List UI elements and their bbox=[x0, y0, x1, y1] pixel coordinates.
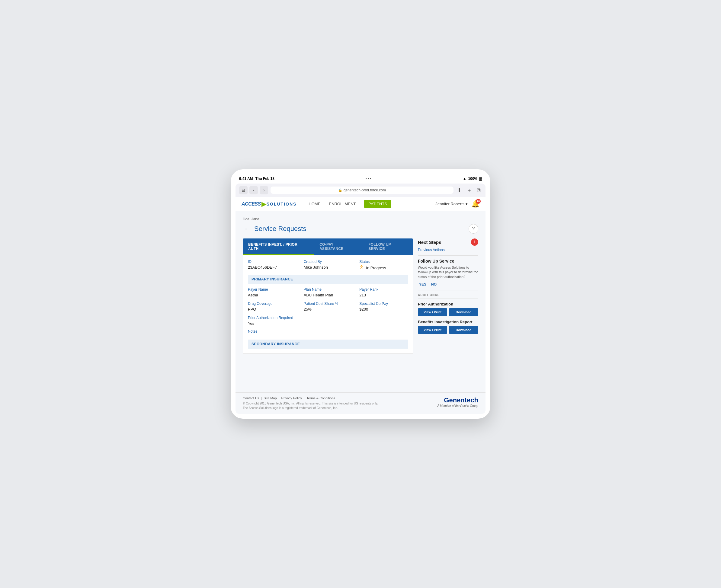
wifi-icon: ▲ bbox=[463, 176, 467, 181]
prior-auth-required-field: Prior Authorization Required Yes bbox=[248, 316, 408, 326]
prior-auth-doc-title: Prior Authorization bbox=[418, 302, 478, 307]
breadcrumb-patient-name: Doe, Jane bbox=[243, 217, 259, 221]
logo-area: ACCESS ▶ SOLUTIONS bbox=[242, 201, 296, 208]
steps-count-badge: 1 bbox=[471, 238, 478, 246]
share-button[interactable]: ⬆ bbox=[456, 186, 463, 194]
specialist-copay-label: Specialist Co-Pay bbox=[359, 301, 408, 306]
tab-copay-assistance[interactable]: CO-PAY ASSISTANCE bbox=[314, 238, 363, 255]
nav-home[interactable]: HOME bbox=[309, 202, 320, 206]
tab-follow-up-service[interactable]: FOLLOW UP SERVICE bbox=[363, 238, 413, 255]
url-text: genentech-prod.force.com bbox=[344, 188, 386, 192]
drug-coverage-value: PPO bbox=[248, 307, 296, 312]
breadcrumb: Doe, Jane bbox=[243, 216, 478, 222]
insurance-row-2: Drug Coverage PPO Patient Cost Share % 2… bbox=[248, 301, 408, 312]
time: 9:41 AM bbox=[239, 176, 253, 181]
content-layout: BENEFITS INVEST. / PRIOR AUTH. CO-PAY AS… bbox=[243, 238, 478, 354]
back-button[interactable]: ‹ bbox=[249, 186, 258, 194]
page-header: ← Service Requests ? bbox=[243, 224, 478, 234]
insurance-row-1: Payer Name Aetna Plan Name ABC Health Pl… bbox=[248, 287, 408, 297]
logo-solutions-text: SOLUTIONS bbox=[267, 202, 297, 207]
side-panel: Next Steps 1 Previous Actions Follow Up … bbox=[418, 238, 478, 354]
created-by-label: Created By bbox=[304, 259, 352, 264]
status-bar-left: 9:41 AM Thu Feb 18 bbox=[239, 176, 274, 181]
side-divider-3 bbox=[418, 298, 478, 299]
benefits-download-button[interactable]: Download bbox=[449, 326, 478, 334]
follow-up-no-button[interactable]: NO bbox=[430, 281, 438, 287]
previous-actions-link[interactable]: Previous Actions bbox=[418, 248, 445, 252]
prior-auth-view-print-button[interactable]: View / Print bbox=[418, 308, 447, 316]
prior-auth-btn-row: View / Print Download bbox=[418, 308, 478, 316]
payer-rank-value: 213 bbox=[359, 293, 408, 297]
top-nav: ACCESS ▶ SOLUTIONS HOME ENROLLMENT PATIE… bbox=[235, 197, 486, 211]
footer-links: Contact Us | Site Map | Privacy Policy |… bbox=[243, 396, 378, 400]
nav-enrollment[interactable]: ENROLLMENT bbox=[329, 202, 356, 206]
secondary-insurance-header: SECONDARY INSURANCE bbox=[248, 340, 408, 349]
created-by-field: Created By Mike Johnson bbox=[304, 259, 352, 270]
tab-overview-button[interactable]: ⊟ bbox=[239, 186, 248, 194]
site-map-link[interactable]: Site Map bbox=[264, 396, 276, 400]
copyright-text: © Copyright 2015 Genentech USA, Inc. All… bbox=[243, 401, 378, 410]
drug-coverage-field: Drug Coverage PPO bbox=[248, 301, 296, 312]
chevron-down-icon: ▾ bbox=[466, 202, 468, 206]
specialist-copay-value: $200 bbox=[359, 307, 408, 312]
payer-rank-field: Payer Rank 213 bbox=[359, 287, 408, 297]
follow-up-yes-button[interactable]: YES bbox=[418, 281, 428, 287]
logo-arrow-icon: ▶ bbox=[262, 201, 266, 208]
drug-coverage-label: Drug Coverage bbox=[248, 301, 296, 306]
status-field: Status ⏱ In Progress bbox=[359, 259, 408, 270]
side-divider-2 bbox=[418, 290, 478, 290]
payer-name-label: Payer Name bbox=[248, 287, 296, 292]
nav-patients[interactable]: PATIENTS bbox=[364, 200, 391, 208]
tabs-bar: BENEFITS INVEST. / PRIOR AUTH. CO-PAY AS… bbox=[243, 238, 413, 255]
browser-actions: ⬆ ＋ ⧉ bbox=[456, 186, 482, 194]
patient-cost-value: 25% bbox=[304, 307, 352, 312]
tab-benefits-prior-auth[interactable]: BENEFITS INVEST. / PRIOR AUTH. bbox=[243, 238, 314, 255]
follow-up-text: Would you like Access Solutions to follo… bbox=[418, 265, 478, 279]
id-value: 23ABC456DEF7 bbox=[248, 265, 296, 270]
follow-up-title: Follow Up Service bbox=[418, 259, 478, 264]
notifications-button[interactable]: 🔔 18 bbox=[471, 200, 479, 208]
tabs-button[interactable]: ⧉ bbox=[476, 187, 482, 194]
new-tab-button[interactable]: ＋ bbox=[465, 186, 473, 194]
forward-button[interactable]: › bbox=[260, 186, 268, 194]
yes-no-row: YES NO bbox=[418, 281, 478, 287]
notes-label: Notes bbox=[248, 329, 408, 334]
battery: 100% bbox=[468, 176, 478, 181]
privacy-policy-link[interactable]: Privacy Policy bbox=[282, 396, 302, 400]
prior-auth-required-label: Prior Authorization Required bbox=[248, 316, 408, 320]
address-bar[interactable]: 🔒 genentech-prod.force.com bbox=[270, 187, 453, 194]
next-steps-title: Next Steps bbox=[418, 240, 441, 245]
id-label: ID bbox=[248, 259, 296, 264]
plan-name-label: Plan Name bbox=[304, 287, 352, 292]
footer: Contact Us | Site Map | Privacy Policy |… bbox=[235, 393, 486, 414]
main-panel: BENEFITS INVEST. / PRIOR AUTH. CO-PAY AS… bbox=[243, 238, 413, 354]
patient-cost-field: Patient Cost Share % 25% bbox=[304, 301, 352, 312]
contact-us-link[interactable]: Contact Us bbox=[243, 396, 259, 400]
payer-name-value: Aetna bbox=[248, 293, 296, 297]
nav-links: HOME ENROLLMENT PATIENTS bbox=[309, 200, 391, 208]
main-content: ACCESS ▶ SOLUTIONS HOME ENROLLMENT PATIE… bbox=[235, 197, 486, 414]
genentech-name: Genentech bbox=[437, 396, 478, 404]
prior-auth-required-value: Yes bbox=[248, 321, 408, 326]
status-label: Status bbox=[359, 259, 408, 264]
help-button[interactable]: ? bbox=[469, 224, 478, 234]
user-name[interactable]: Jennifer Roberts ▾ bbox=[436, 202, 468, 206]
prior-auth-download-button[interactable]: Download bbox=[449, 308, 478, 316]
payer-rank-label: Payer Rank bbox=[359, 287, 408, 292]
date: Thu Feb 18 bbox=[255, 176, 274, 181]
clock-icon: ⏱ bbox=[359, 265, 364, 270]
terms-link[interactable]: Terms & Conditions bbox=[306, 396, 335, 400]
additional-label: ADDITIONAL bbox=[418, 293, 478, 297]
plan-name-value: ABC Health Plan bbox=[304, 293, 352, 297]
specialist-copay-field: Specialist Co-Pay $200 bbox=[359, 301, 408, 312]
id-field: ID 23ABC456DEF7 bbox=[248, 259, 296, 270]
battery-icon: ▓ bbox=[479, 176, 482, 181]
genentech-sub: A Member of the Roche Group bbox=[437, 404, 478, 407]
patient-cost-label: Patient Cost Share % bbox=[304, 301, 352, 306]
dots-menu: ··· bbox=[365, 175, 372, 182]
benefits-view-print-button[interactable]: View / Print bbox=[418, 326, 447, 334]
page-title: Service Requests bbox=[254, 225, 466, 233]
primary-insurance-header: PRIMARY INSURANCE bbox=[248, 275, 408, 284]
back-arrow-button[interactable]: ← bbox=[243, 225, 251, 233]
benefits-report-title: Benefits Investigation Report bbox=[418, 320, 478, 324]
